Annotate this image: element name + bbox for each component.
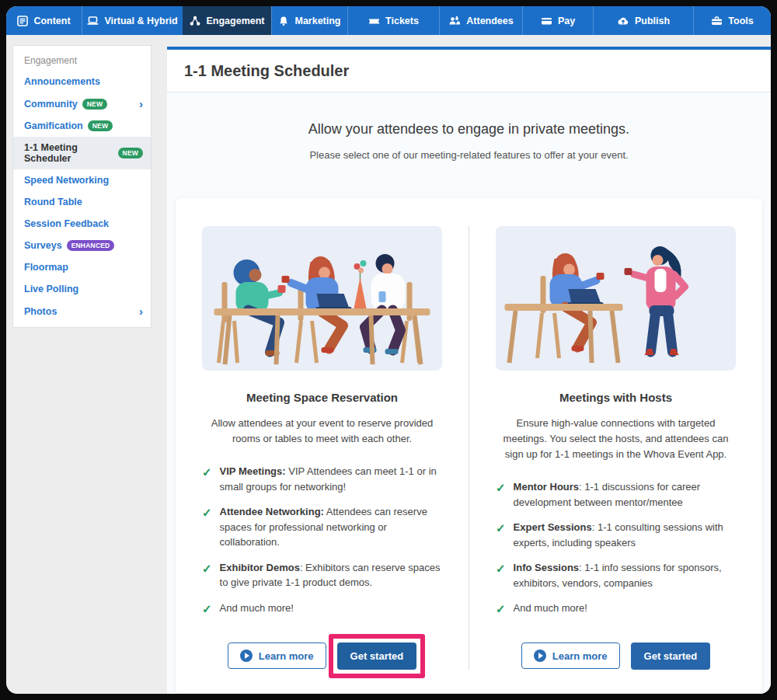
page-title: 1-1 Meeting Scheduler — [184, 62, 349, 80]
card-actions: Learn more Get started — [521, 629, 710, 670]
engagement-sidebar: Engagement Announcements Community NEW ›… — [12, 45, 152, 328]
annotation-highlight-box: Get started — [329, 634, 426, 678]
meetings-with-hosts-column: Meetings with Hosts Ensure high-value co… — [469, 226, 762, 670]
feature-item: ✓VIP Meetings: VIP Attendees can meet 1-… — [202, 464, 442, 494]
meeting-space-reservation-column: Meeting Space Reservation Allow attendee… — [176, 226, 469, 670]
check-icon: ✓ — [496, 479, 506, 510]
tab-tickets[interactable]: Tickets — [347, 6, 439, 35]
tab-label: Tools — [728, 16, 753, 26]
app-window: Content Virtual & Hybrid Engagement Mark… — [6, 6, 771, 694]
get-started-button[interactable]: Get started — [337, 643, 417, 670]
play-icon — [240, 650, 253, 662]
sidebar-item-label: Live Polling — [24, 284, 78, 294]
main-panel: 1-1 Meeting Scheduler Allow your attende… — [167, 47, 771, 694]
sidebar-item-label: Session Feedback — [24, 218, 109, 229]
tab-virtual-hybrid[interactable]: Virtual & Hybrid — [82, 6, 183, 35]
new-badge: NEW — [88, 120, 113, 131]
sidebar-item-label: Photos — [24, 306, 57, 317]
sidebar-item-surveys[interactable]: Surveys ENHANCED — [13, 235, 151, 256]
top-navigation: Content Virtual & Hybrid Engagement Mark… — [6, 6, 771, 35]
learn-more-button[interactable]: Learn more — [228, 643, 326, 669]
sidebar-item-label: Round Table — [24, 197, 82, 207]
tab-label: Virtual & Hybrid — [104, 16, 177, 26]
tab-label: Marketing — [294, 16, 340, 26]
tab-engagement[interactable]: Engagement — [183, 6, 271, 35]
sidebar-item-1-1-meeting-scheduler[interactable]: 1-1 Meeting Scheduler NEW — [13, 137, 151, 169]
tab-label: Tickets — [385, 16, 419, 26]
feature-item: ✓Info Sessions: 1-1 info sessions for sp… — [496, 560, 736, 590]
main-content: Allow your attendees to engage in privat… — [167, 92, 771, 693]
bell-icon — [278, 16, 289, 26]
sidebar-item-round-table[interactable]: Round Table — [13, 191, 151, 213]
sidebar-item-label: 1-1 Meeting Scheduler — [24, 142, 113, 164]
credit-card-icon — [541, 16, 552, 26]
feature-item: ✓Expert Sessions: 1-1 consulting session… — [496, 520, 736, 550]
check-icon: ✓ — [202, 504, 212, 550]
sidebar-item-label: Floormap — [24, 262, 68, 273]
sidebar-item-label: Community — [24, 99, 78, 110]
feature-list: ✓Mentor Hours: 1-1 discussions for caree… — [496, 479, 736, 629]
tab-label: Content — [33, 16, 70, 26]
tab-label: Publish — [635, 16, 670, 26]
sidebar-item-speed-networking[interactable]: Speed Networking — [13, 169, 151, 191]
check-icon: ✓ — [496, 601, 506, 618]
tab-label: Engagement — [206, 16, 264, 26]
check-icon: ✓ — [496, 560, 506, 590]
card-description: Allow attendees at your event to reserve… — [202, 416, 442, 447]
card-actions: Learn more Get started — [228, 629, 416, 670]
tab-content[interactable]: Content — [6, 6, 82, 35]
tab-label: Pay — [558, 16, 575, 26]
tab-label: Attendees — [466, 16, 513, 26]
card-description: Ensure high-value connections with targe… — [496, 416, 736, 462]
sidebar-item-live-polling[interactable]: Live Polling — [13, 278, 151, 300]
share-network-icon — [190, 16, 200, 26]
check-icon: ✓ — [202, 601, 212, 618]
sidebar-section-header: Engagement — [13, 49, 151, 71]
attendees-icon — [448, 16, 461, 26]
laptop-icon — [87, 16, 99, 26]
meetings-with-hosts-illustration — [496, 226, 736, 371]
tab-pay[interactable]: Pay — [522, 6, 593, 35]
feature-item: ✓And much more! — [202, 601, 442, 618]
ticket-icon — [368, 16, 380, 26]
feature-item: ✓Attendee Networking: Attendees can rese… — [202, 504, 442, 550]
new-badge: NEW — [82, 99, 107, 110]
feature-item: ✓Exhibitor Demos: Exhibitors can reserve… — [202, 560, 442, 590]
chevron-right-icon: › — [139, 98, 143, 110]
feature-list: ✓VIP Meetings: VIP Attendees can meet 1-… — [202, 464, 442, 628]
sidebar-item-community[interactable]: Community NEW › — [13, 92, 151, 115]
page-header: 1-1 Meeting Scheduler — [167, 50, 771, 92]
toolbox-icon — [711, 16, 723, 26]
enhanced-badge: ENHANCED — [67, 240, 115, 251]
sidebar-item-announcements[interactable]: Announcements — [13, 71, 151, 92]
sidebar-item-label: Speed Networking — [24, 175, 109, 186]
sidebar-item-photos[interactable]: Photos › — [13, 300, 151, 322]
new-badge: NEW — [118, 148, 143, 158]
cloud-upload-icon — [617, 16, 629, 26]
get-started-button[interactable]: Get started — [631, 643, 711, 670]
chevron-right-icon: › — [139, 305, 143, 317]
feature-item: ✓Mentor Hours: 1-1 discussions for caree… — [496, 479, 736, 510]
sidebar-item-label: Gamification — [24, 120, 83, 131]
tab-marketing[interactable]: Marketing — [271, 6, 347, 35]
play-icon — [534, 650, 546, 662]
sidebar-item-label: Surveys — [24, 240, 62, 251]
check-icon: ✓ — [202, 560, 212, 590]
card-title: Meetings with Hosts — [559, 391, 672, 404]
sidebar-item-label: Announcements — [24, 76, 100, 87]
card-title: Meeting Space Reservation — [246, 391, 398, 404]
section-heading: Allow your attendees to engage in privat… — [167, 121, 771, 138]
feature-item: ✓And much more! — [496, 601, 736, 618]
tab-attendees[interactable]: Attendees — [439, 6, 522, 35]
sidebar-item-gamification[interactable]: Gamification NEW — [13, 115, 151, 137]
tab-publish[interactable]: Publish — [593, 6, 693, 35]
check-icon: ✓ — [202, 464, 212, 494]
sidebar-item-floormap[interactable]: Floormap — [13, 256, 151, 278]
sidebar-item-session-feedback[interactable]: Session Feedback — [13, 213, 151, 235]
learn-more-button[interactable]: Learn more — [521, 643, 620, 669]
tab-tools[interactable]: Tools — [693, 6, 771, 35]
check-icon: ✓ — [496, 520, 506, 550]
section-subheading: Please select one of our meeting-related… — [167, 149, 771, 161]
meeting-space-illustration — [202, 226, 442, 371]
content-icon — [17, 16, 28, 26]
